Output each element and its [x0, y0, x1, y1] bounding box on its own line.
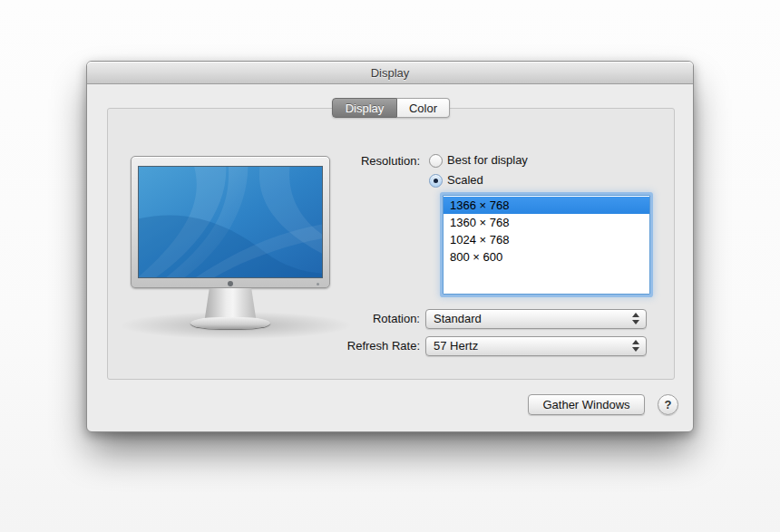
best-for-display-radio[interactable] — [429, 154, 443, 168]
power-led-icon — [317, 283, 319, 285]
resolution-option-1024x768[interactable]: 1024 × 768 — [444, 231, 649, 248]
gather-windows-button[interactable]: Gather Windows — [528, 394, 645, 415]
window-titlebar[interactable]: Display — [87, 62, 693, 84]
rotation-label: Rotation: — [320, 312, 420, 326]
desktop-background: Display Display Color — [0, 0, 780, 532]
display-preferences-window: Display Display Color — [86, 61, 694, 432]
wallpaper-swirl-graphic — [139, 167, 323, 278]
popup-updown-arrows-icon — [632, 340, 639, 352]
tab-color[interactable]: Color — [397, 98, 450, 118]
tab-display[interactable]: Display — [332, 98, 397, 118]
rotation-value: Standard — [426, 310, 646, 328]
rotation-popup[interactable]: Standard — [425, 309, 647, 329]
monitor-stand-base — [190, 317, 270, 329]
window-title: Display — [371, 62, 410, 84]
refresh-rate-popup[interactable]: 57 Hertz — [425, 336, 647, 356]
apple-logo-icon — [228, 281, 233, 286]
resolution-listbox[interactable]: 1366 × 768 1360 × 768 1024 × 768 800 × 6… — [443, 195, 650, 295]
display-color-tab-group: Display Color — [332, 98, 450, 118]
resolution-label: Resolution: — [320, 154, 420, 169]
refresh-rate-value: 57 Hertz — [426, 337, 646, 355]
best-for-display-label: Best for display — [447, 153, 528, 168]
scaled-label: Scaled — [447, 173, 483, 188]
monitor-screen-wallpaper — [138, 166, 323, 278]
resolution-option-1366x768[interactable]: 1366 × 768 — [444, 197, 649, 214]
popup-updown-arrows-icon — [632, 313, 639, 324]
refresh-rate-label: Refresh Rate: — [320, 339, 420, 353]
radio-row-best-for-display: Best for display — [429, 153, 528, 168]
scaled-radio[interactable] — [429, 174, 443, 188]
radio-row-scaled: Scaled — [429, 173, 483, 188]
resolution-option-1360x768[interactable]: 1360 × 768 — [444, 214, 649, 231]
resolution-option-800x600[interactable]: 800 × 600 — [444, 248, 649, 266]
help-button[interactable]: ? — [658, 394, 678, 415]
